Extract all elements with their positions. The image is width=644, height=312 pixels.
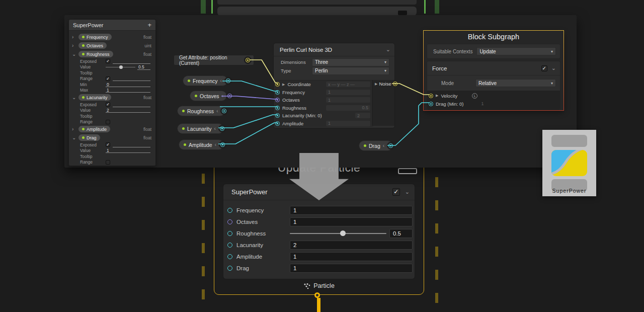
- expand-arrow-icon[interactable]: ▶: [282, 83, 285, 87]
- exposed-checkbox[interactable]: ✓: [106, 59, 110, 63]
- local-space-badge[interactable]: L: [472, 93, 477, 99]
- range-checkbox[interactable]: [106, 160, 110, 165]
- range-checkbox[interactable]: ✓: [106, 76, 110, 81]
- blackboard-panel[interactable]: SuperPower + › Frequency float › Octaves…: [68, 19, 156, 166]
- parameter-node-lacunarity[interactable]: Lacunarity ‹: [177, 123, 224, 134]
- drag-port[interactable]: [429, 102, 433, 106]
- thumbnail-top-bar: [551, 135, 587, 147]
- property-frequency[interactable]: › Frequency float: [69, 33, 155, 41]
- drag-output-port[interactable]: [388, 143, 393, 148]
- dropdown-arrow-icon: ▾: [551, 49, 553, 54]
- node-header[interactable]: Perlin Curl Noise 3D ⌄: [274, 43, 394, 56]
- slider-handle[interactable]: [340, 230, 346, 236]
- expand-arrow-icon[interactable]: ▶: [436, 94, 438, 98]
- parameter-node-roughness[interactable]: Roughness ‹: [177, 106, 225, 116]
- parameter-node-frequency[interactable]: Frequency ‹: [183, 75, 228, 86]
- caret-right-icon[interactable]: ›: [72, 34, 76, 40]
- amplitude-port[interactable]: [227, 254, 232, 259]
- caret-right-icon[interactable]: ›: [72, 43, 76, 48]
- property-roughness[interactable]: ⌄ Roughness float: [69, 50, 155, 58]
- amplitude-field[interactable]: 1: [290, 252, 413, 261]
- roughness-port[interactable]: [227, 231, 232, 236]
- max-field[interactable]: 1: [106, 88, 150, 93]
- dimensions-dropdown[interactable]: Three▾: [312, 58, 389, 66]
- context-toggle-box[interactable]: [398, 168, 417, 174]
- roughness-output-port[interactable]: [222, 109, 226, 113]
- amplitude-port[interactable]: [275, 121, 280, 126]
- lacunarity-output-port[interactable]: [220, 126, 224, 131]
- exposed-checkbox[interactable]: ✓: [106, 102, 110, 107]
- position-output-port[interactable]: [246, 58, 250, 62]
- type-setting: Type Perlin▾: [274, 66, 394, 75]
- block-subgraph-context[interactable]: Block Subgraph Suitable Contexts Update▾…: [423, 30, 564, 111]
- frequency-port[interactable]: [227, 208, 232, 213]
- parameter-node-octaves[interactable]: Octaves ‹: [190, 91, 227, 101]
- mode-dropdown[interactable]: Relative▾: [475, 79, 556, 87]
- value-field[interactable]: 2: [106, 108, 150, 113]
- drag-field[interactable]: 1: [290, 264, 413, 273]
- noise-output-port[interactable]: [393, 82, 397, 86]
- property-drag[interactable]: ⌄ Drag float: [69, 133, 155, 142]
- roughness-slider[interactable]: [290, 233, 386, 234]
- chevron-down-icon[interactable]: ⌄: [386, 47, 390, 52]
- force-enabled-checkbox[interactable]: ✓: [541, 65, 547, 71]
- frequency-port[interactable]: [275, 90, 280, 95]
- flow-output-anchor[interactable]: [314, 292, 320, 298]
- property-lacunarity[interactable]: ⌄ Lacunarity float: [69, 93, 155, 102]
- collapse-icon[interactable]: ‹: [216, 108, 218, 114]
- octaves-field[interactable]: 1: [290, 217, 413, 226]
- property-octaves[interactable]: › Octaves uint: [69, 41, 155, 50]
- get-attribute-node[interactable]: Get Attribute: position (Current): [174, 55, 254, 65]
- value-field[interactable]: 0.5: [137, 64, 150, 70]
- context-footer: Particle: [214, 282, 424, 289]
- parameter-node-drag[interactable]: Drag ‹: [359, 140, 393, 151]
- parameter-node-amplitude[interactable]: Amplitude ‹: [179, 139, 224, 150]
- particle-icon: [303, 283, 310, 289]
- flow-edge-dim: [435, 0, 439, 14]
- chevron-down-icon[interactable]: ⌄: [551, 65, 556, 71]
- octaves-port[interactable]: [227, 219, 232, 224]
- drag-port[interactable]: [227, 266, 232, 271]
- amplitude-output-port[interactable]: [220, 142, 225, 147]
- octaves-output-port[interactable]: [227, 94, 232, 98]
- chevron-down-icon[interactable]: ⌄: [72, 135, 76, 140]
- coordinate-port[interactable]: [275, 82, 280, 87]
- property-amplitude[interactable]: › Amplitude float: [69, 125, 155, 133]
- exposed-checkbox[interactable]: ✓: [106, 142, 110, 147]
- lacunarity-port[interactable]: [275, 113, 280, 118]
- chevron-down-icon[interactable]: ⌄: [405, 189, 410, 195]
- chevron-down-icon[interactable]: ⌄: [72, 51, 76, 57]
- type-dropdown[interactable]: Perlin▾: [312, 67, 389, 75]
- block-enabled-checkbox[interactable]: ✓: [392, 188, 400, 196]
- force-block[interactable]: Force ✓ ⌄ Mode Relative▾ ▶ Velocity L: [427, 61, 560, 110]
- perlin-curl-noise-node[interactable]: Perlin Curl Noise 3D ⌄ Dimensions Three▾…: [273, 43, 395, 128]
- collapse-icon[interactable]: ‹: [222, 93, 223, 99]
- velocity-port[interactable]: [429, 94, 433, 98]
- roughness-port[interactable]: [275, 106, 280, 110]
- value-field[interactable]: 1: [106, 148, 150, 153]
- octaves-port[interactable]: [275, 98, 280, 102]
- chevron-down-icon[interactable]: ⌄: [72, 95, 76, 100]
- roughness-value-field[interactable]: 0.5: [389, 229, 413, 238]
- frequency-output-port[interactable]: [226, 79, 230, 83]
- node-output-column: ▶ Noise: [372, 80, 394, 126]
- lacunarity-field[interactable]: 2: [290, 241, 413, 250]
- superpower-asset-thumbnail[interactable]: SuperPower: [542, 130, 596, 196]
- range-checkbox[interactable]: [106, 120, 110, 124]
- suitable-contexts-dropdown[interactable]: Update▾: [476, 47, 556, 55]
- collapse-icon[interactable]: ‹: [214, 126, 215, 131]
- frequency-field[interactable]: 1: [290, 206, 413, 215]
- collapse-icon[interactable]: ‹: [383, 143, 384, 148]
- min-field[interactable]: 0: [106, 82, 150, 87]
- field-line: [113, 76, 150, 81]
- add-property-button[interactable]: +: [147, 21, 151, 29]
- lacunarity-port[interactable]: [227, 243, 232, 248]
- slider-handle[interactable]: [119, 65, 123, 69]
- force-block-header[interactable]: Force ✓ ⌄: [427, 61, 560, 75]
- collapse-icon[interactable]: ‹: [215, 142, 216, 147]
- collapse-icon[interactable]: ‹: [220, 78, 222, 84]
- caret-right-icon[interactable]: ›: [72, 126, 76, 132]
- value-slider[interactable]: [106, 67, 135, 68]
- block-row-roughness: Roughness 0.5: [223, 227, 415, 239]
- exposed-dot-icon: [82, 96, 85, 99]
